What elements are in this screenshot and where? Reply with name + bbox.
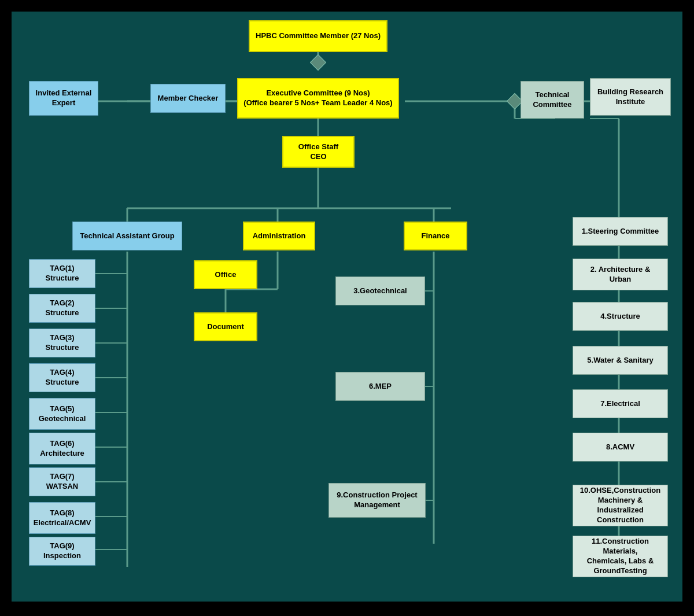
electrical-box: 7.Electrical — [573, 389, 668, 418]
construction-materials-box: 11.Construction Materials, Chemicals, La… — [573, 536, 668, 577]
tag5-box: TAG(5) Geotechnical — [29, 398, 95, 430]
diamond-1 — [310, 54, 326, 71]
tag7-box: TAG(7) WATSAN — [29, 467, 95, 496]
ohse-box: 10.OHSE,Construction Machinery & Industr… — [573, 485, 668, 526]
tech-assistant-box: Technical Assistant Group — [72, 222, 182, 250]
executive-box: Executive Committee (9 Nos) (Office bear… — [237, 78, 399, 119]
structure-box: 4.Structure — [573, 302, 668, 331]
mep-box: 6.MEP — [335, 372, 425, 401]
architecture-urban-box: 2. Architecture & Urban — [573, 259, 668, 290]
geotechnical-box: 3.Geotechnical — [335, 276, 425, 305]
acmv-box: 8.ACMV — [573, 433, 668, 462]
building-research-box: Building Research Institute — [590, 78, 671, 116]
member-checker-box: Member Checker — [150, 84, 226, 113]
steering-box: 1.Steering Committee — [573, 217, 668, 246]
office-staff-box: Office Staff CEO — [282, 136, 355, 168]
hpbc-box: HPBC Committee Member (27 Nos) — [249, 20, 387, 52]
tag2-box: TAG(2) Structure — [29, 294, 95, 323]
document-box: Document — [194, 312, 257, 341]
construction-pm-box: 9.Construction Project Management — [328, 483, 426, 518]
tag1-box: TAG(1) Structure — [29, 259, 95, 288]
tag8-box: TAG(8) Electrical/ACMV — [29, 502, 95, 534]
tag3-box: TAG(3) Structure — [29, 329, 95, 357]
water-sanitary-box: 5.Water & Sanitary — [573, 346, 668, 375]
technical-committee-box: Technical Committee — [520, 81, 584, 119]
tag9-box: TAG(9) Inspection — [29, 537, 95, 566]
finance-box: Finance — [404, 222, 467, 250]
diagram-container: HPBC Committee Member (27 Nos) Executive… — [12, 12, 682, 602]
office-box: Office — [194, 260, 257, 289]
tag6-box: TAG(6) Architecture — [29, 433, 95, 464]
administration-box: Administration — [243, 222, 315, 250]
tag4-box: TAG(4) Structure — [29, 363, 95, 392]
invited-expert-box: Invited External Expert — [29, 81, 98, 116]
